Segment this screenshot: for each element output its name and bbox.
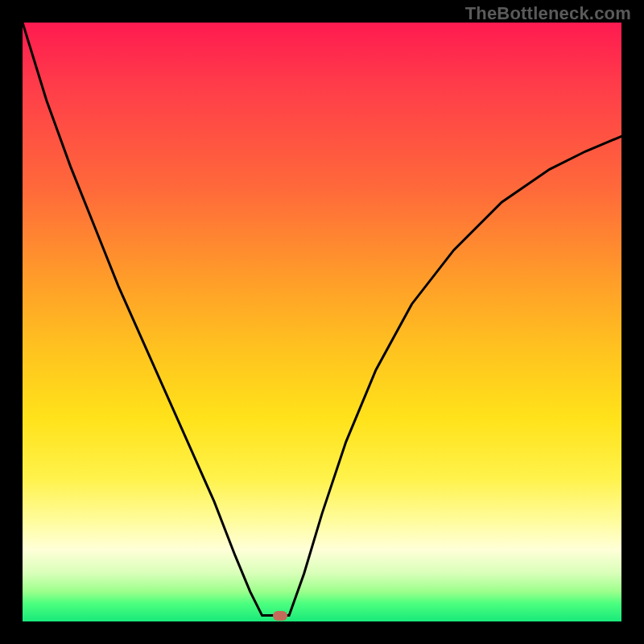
app-frame: TheBottleneck.com — [0, 0, 644, 644]
bottleneck-curve — [23, 23, 621, 621]
curve-path — [23, 23, 621, 616]
watermark-text: TheBottleneck.com — [465, 3, 631, 24]
optimum-marker — [273, 611, 287, 621]
bottleneck-plot — [23, 23, 621, 621]
